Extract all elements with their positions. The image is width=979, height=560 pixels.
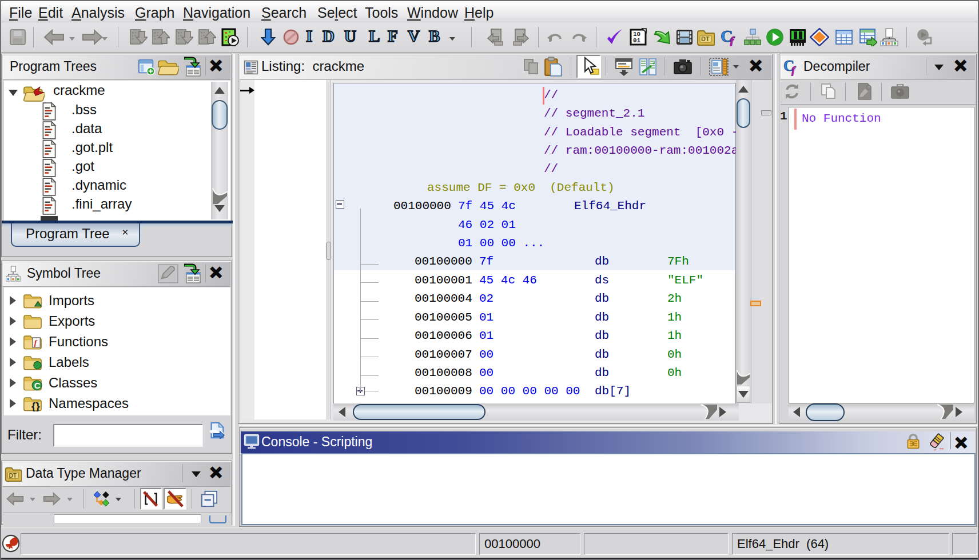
svg-text:f: f bbox=[791, 64, 797, 76]
svg-text:DT: DT bbox=[9, 473, 17, 479]
svg-text:01: 01 bbox=[633, 37, 641, 44]
svg-text:C: C bbox=[34, 381, 41, 390]
svg-text:f: f bbox=[730, 34, 735, 46]
svg-text:{}: {} bbox=[31, 400, 40, 411]
svg-text:DT: DT bbox=[701, 35, 710, 42]
